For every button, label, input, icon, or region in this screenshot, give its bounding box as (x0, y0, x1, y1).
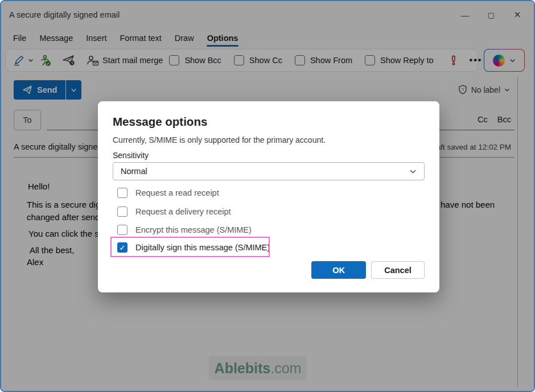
cancel-button[interactable]: Cancel (371, 261, 425, 279)
dialog-title: Message options (113, 115, 207, 129)
read-receipt-checkbox[interactable] (117, 188, 127, 198)
digitally-sign-checkbox[interactable]: ✓ (117, 242, 127, 253)
delivery-receipt-checkbox[interactable] (117, 207, 127, 217)
delivery-receipt-label: Request a delivery receipt (135, 207, 231, 216)
encrypt-checkbox[interactable] (117, 225, 127, 235)
compose-window: A secure digitally signed email — ▢ ✕ Fi… (0, 0, 535, 392)
sensitivity-dropdown[interactable]: Normal (113, 162, 425, 180)
digitally-sign-option[interactable]: ✓ Digitally sign this message (S/MIME) (117, 242, 270, 253)
sensitivity-field-label: Sensitivity (113, 151, 149, 160)
chevron-down-icon (409, 168, 417, 175)
ok-button[interactable]: OK (311, 261, 366, 279)
message-options-dialog: Message options Currently, S/MIME is onl… (98, 101, 439, 292)
delivery-receipt-option[interactable]: Request a delivery receipt (117, 206, 231, 217)
encrypt-label: Encrypt this message (S/MIME) (135, 225, 252, 234)
digitally-sign-label: Digitally sign this message (S/MIME) (135, 243, 270, 252)
sensitivity-value: Normal (121, 167, 147, 176)
encrypt-option[interactable]: Encrypt this message (S/MIME) (117, 224, 252, 236)
read-receipt-option[interactable]: Request a read receipt (117, 187, 219, 199)
read-receipt-label: Request a read receipt (135, 188, 219, 197)
dialog-subtitle: Currently, S/MIME is only supported for … (113, 135, 326, 145)
